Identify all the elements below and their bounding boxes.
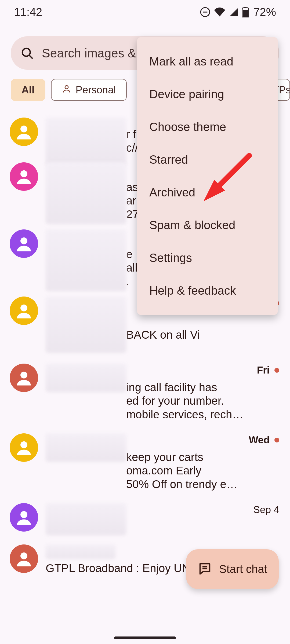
menu-mark-all-read[interactable]: Mark all as read (137, 45, 278, 78)
filter-chip-personal[interactable]: Personal (51, 79, 127, 101)
menu-settings[interactable]: Settings (137, 241, 278, 274)
avatar (10, 364, 38, 392)
battery-percentage: 72% (253, 6, 276, 19)
nav-handle[interactable] (114, 636, 176, 639)
avatar (10, 297, 38, 325)
unread-dot-icon (274, 368, 279, 373)
avatar (10, 118, 38, 146)
obscured-area (46, 503, 126, 535)
conversation-row[interactable]: Fri ing call facility has ed for your nu… (0, 359, 290, 429)
svg-point-13 (20, 441, 27, 448)
unread-dot-icon (274, 438, 279, 442)
avatar (10, 544, 38, 573)
menu-device-pairing[interactable]: Device pairing (137, 78, 278, 111)
obscured-area (46, 162, 126, 224)
obscured-area (46, 297, 126, 353)
svg-point-9 (20, 170, 27, 177)
search-icon (20, 46, 34, 60)
chat-icon (198, 561, 212, 577)
timestamp: Wed (249, 434, 270, 446)
obscured-area (46, 229, 126, 291)
svg-point-8 (20, 126, 27, 133)
status-icons: 72% (200, 6, 276, 19)
menu-archived[interactable]: Archived (137, 176, 278, 209)
svg-point-14 (20, 511, 27, 518)
menu-starred[interactable]: Starred (137, 143, 278, 176)
avatar (10, 229, 38, 258)
svg-point-12 (20, 372, 27, 379)
obscured-area (46, 433, 126, 462)
wifi-icon (214, 7, 226, 17)
conversation-row[interactable]: Wed keep your carts oma.com Early 50% Of… (0, 429, 290, 499)
overflow-menu: Mark all as read Device pairing Choose t… (137, 37, 278, 315)
svg-rect-4 (243, 10, 248, 17)
chip-label: Personal (76, 84, 116, 96)
fab-label: Start chat (219, 563, 267, 576)
search-placeholder: Search images & v (42, 46, 146, 60)
do-not-disturb-icon (200, 7, 211, 17)
svg-point-7 (65, 86, 68, 89)
svg-rect-3 (244, 7, 247, 8)
svg-point-10 (20, 237, 27, 244)
menu-help-feedback[interactable]: Help & feedback (137, 274, 278, 307)
signal-icon (229, 7, 239, 17)
start-chat-button[interactable]: Start chat (186, 549, 279, 589)
status-clock: 11:42 (14, 6, 42, 19)
obscured-area (46, 118, 126, 166)
battery-icon (242, 7, 249, 17)
svg-point-11 (20, 305, 27, 312)
obscured-area (46, 364, 126, 392)
svg-point-15 (20, 552, 27, 559)
timestamp: Sep 4 (253, 504, 279, 515)
person-icon (62, 84, 71, 96)
avatar (10, 433, 38, 462)
obscured-area (46, 544, 115, 559)
conversation-row[interactable]: Sep 4 (0, 499, 290, 540)
chip-label: All (21, 84, 35, 96)
status-bar: 11:42 72% (0, 0, 290, 24)
timestamp: Fri (257, 365, 270, 376)
menu-choose-theme[interactable]: Choose theme (137, 111, 278, 143)
avatar (10, 162, 38, 191)
svg-line-6 (29, 55, 32, 58)
menu-spam-blocked[interactable]: Spam & blocked (137, 209, 278, 241)
avatar (10, 503, 38, 532)
filter-chip-all[interactable]: All (11, 79, 45, 101)
